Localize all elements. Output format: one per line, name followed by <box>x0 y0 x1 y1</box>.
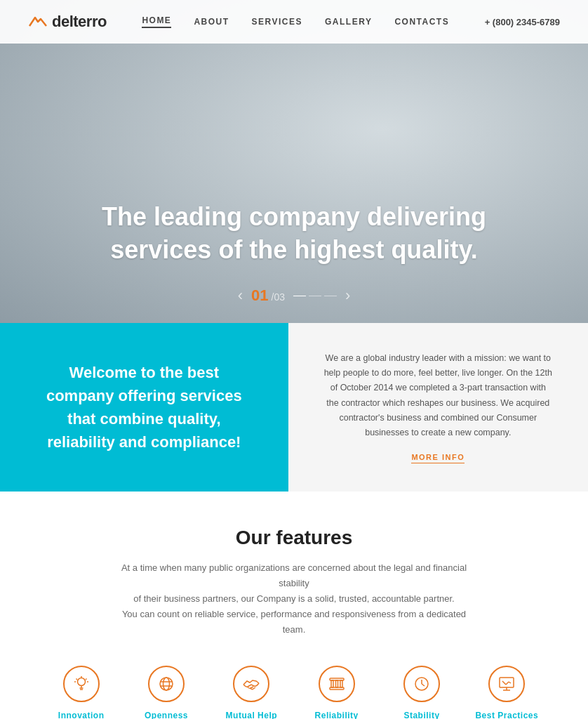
openness-icon-circle <box>148 666 185 702</box>
about-heading: Welcome to the best company offering ser… <box>35 361 253 454</box>
mutual-help-label: Mutual Help <box>226 711 278 719</box>
svg-line-26 <box>509 682 511 683</box>
about-description: We are a global industry leader with a m… <box>323 351 553 441</box>
best-practices-label: Best Practices <box>475 711 538 719</box>
presentation-icon <box>497 675 516 693</box>
about-left-panel: Welcome to the best company offering ser… <box>0 323 288 492</box>
svg-line-5 <box>86 679 87 680</box>
total-slides: /03 <box>272 291 285 303</box>
more-info-link[interactable]: MORE INFO <box>411 453 465 463</box>
mutual-help-icon-circle <box>233 666 269 702</box>
svg-rect-21 <box>500 678 514 687</box>
hero-content: The leading company delivering services … <box>0 201 588 267</box>
phone-number: + (800) 2345-6789 <box>485 17 560 27</box>
feature-mutual-help: Mutual Help <box>216 666 286 719</box>
stability-label: Stability <box>403 711 439 719</box>
svg-line-25 <box>506 682 509 685</box>
logo-text: delterro <box>52 13 107 31</box>
features-description: At a time when many public organizations… <box>112 560 476 638</box>
innovation-icon-circle <box>63 666 100 702</box>
columns-icon <box>328 675 346 693</box>
hero-section: The leading company delivering services … <box>0 0 588 323</box>
svg-rect-16 <box>335 680 338 687</box>
svg-line-24 <box>502 681 506 685</box>
reliability-icon-circle <box>319 666 355 702</box>
best-practices-icon-circle <box>488 666 525 702</box>
innovation-label: Innovation <box>58 711 105 719</box>
globe-icon <box>157 675 175 693</box>
stability-icon-circle <box>403 666 440 702</box>
lightbulb-icon <box>72 675 91 693</box>
svg-line-6 <box>76 679 77 680</box>
handshake-icon <box>242 675 260 693</box>
feature-reliability: Reliability <box>302 666 372 719</box>
logo[interactable]: delterro <box>28 13 107 31</box>
clock-icon <box>413 675 431 693</box>
nav-services[interactable]: SERVICES <box>252 17 302 27</box>
next-slide-button[interactable]: › <box>345 286 350 305</box>
svg-point-10 <box>163 678 169 690</box>
hero-background <box>0 0 588 323</box>
openness-label: Openness <box>145 711 188 719</box>
nav-home[interactable]: HOME <box>142 15 171 28</box>
feature-stability: Stability <box>387 666 457 719</box>
nav-contacts[interactable]: CONTACTS <box>394 17 449 27</box>
slide-counter: 01 /03 <box>251 286 285 305</box>
feature-best-practices: Best Practices <box>472 666 542 719</box>
current-slide: 01 <box>251 286 268 305</box>
hero-navigation: ‹ 01 /03 › <box>0 286 588 305</box>
dot-1[interactable] <box>293 296 306 296</box>
slide-dots <box>293 296 337 296</box>
svg-line-20 <box>422 684 425 686</box>
svg-rect-15 <box>331 680 333 687</box>
logo-icon <box>28 15 48 29</box>
feature-innovation: Innovation <box>46 666 116 719</box>
features-grid: Innovation Openness <box>42 666 546 719</box>
features-heading: Our features <box>42 527 546 549</box>
site-header: delterro HOME ABOUT SERVICES GALLERY CON… <box>0 0 588 44</box>
reliability-label: Reliability <box>315 711 359 719</box>
hero-headline: The leading company delivering services … <box>91 201 497 267</box>
dot-3[interactable] <box>324 296 337 296</box>
nav-about[interactable]: ABOUT <box>194 17 229 27</box>
about-section: Welcome to the best company offering ser… <box>0 323 588 492</box>
features-section: Our features At a time when many public … <box>0 492 588 719</box>
svg-rect-17 <box>340 680 342 687</box>
svg-point-9 <box>160 678 173 690</box>
main-nav: HOME ABOUT SERVICES GALLERY CONTACTS <box>142 15 449 28</box>
nav-gallery[interactable]: GALLERY <box>325 17 372 27</box>
svg-point-0 <box>77 678 85 686</box>
about-right-panel: We are a global industry leader with a m… <box>288 323 588 492</box>
feature-openness: Openness <box>131 666 201 719</box>
prev-slide-button[interactable]: ‹ <box>238 286 243 305</box>
dot-2[interactable] <box>309 296 321 296</box>
